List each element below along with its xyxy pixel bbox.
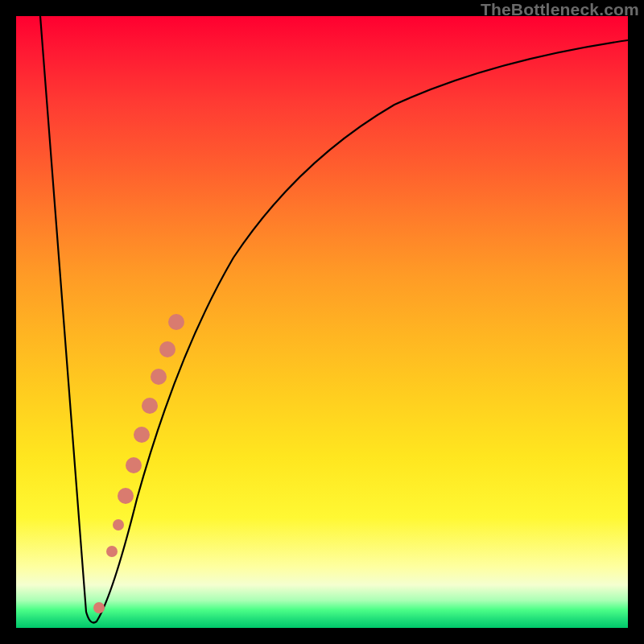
marker-dot [159,341,175,357]
marker-dot [134,427,150,443]
plot-area [16,16,628,628]
marker-dot [151,369,167,385]
marker-dot [106,546,118,557]
marker-dot [93,602,105,613]
marker-dot [168,314,184,330]
chart-svg [16,16,628,628]
bottleneck-curve [40,16,628,623]
marker-dot [113,519,124,530]
marker-dot [118,488,134,504]
marker-dot [126,457,142,473]
marker-dot [142,398,158,414]
marker-group [93,314,184,613]
watermark-text: TheBottleneck.com [481,0,639,19]
chart-stage: TheBottleneck.com [0,0,644,644]
